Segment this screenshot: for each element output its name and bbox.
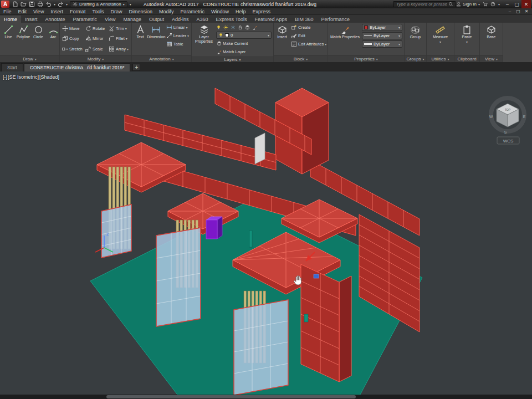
line-button[interactable]: Line (2, 24, 15, 40)
glass-panel-lower[interactable] (234, 300, 288, 395)
search-icon[interactable] (448, 2, 453, 7)
horizontal-scrollbar[interactable] (0, 395, 532, 399)
undo-icon[interactable] (45, 1, 52, 7)
tab-featured-apps[interactable]: Featured Apps (250, 16, 291, 23)
menu-item-help[interactable]: Help (232, 8, 249, 15)
view-orientation-control[interactable]: [SE Isometric] (8, 74, 39, 80)
panel-footer-draw[interactable]: Draw ▾ (0, 55, 59, 62)
chevron-down-icon[interactable]: ▾ (498, 2, 500, 6)
layer-properties-button[interactable]: Layer Properties (193, 24, 214, 45)
tab-bim-360[interactable]: BIM 360 (291, 16, 318, 23)
layer-freeze-icon[interactable] (231, 25, 236, 30)
plot-icon[interactable] (37, 1, 43, 7)
tab-output[interactable]: Output (145, 16, 168, 23)
tab-a360[interactable]: A360 (193, 16, 212, 23)
array-button[interactable]: Array▾ (108, 45, 130, 53)
glass-panel-center[interactable] (156, 228, 201, 326)
tab-performance[interactable]: Performance (317, 16, 354, 23)
group-button[interactable]: Group (409, 24, 422, 40)
search-input[interactable] (393, 1, 456, 7)
layer-combo[interactable]: 0 ▾ (216, 32, 272, 39)
text-button[interactable]: Text (134, 24, 147, 40)
move-button[interactable]: Move (62, 25, 83, 32)
layer-isolate-icon[interactable] (245, 25, 250, 30)
panel-footer-groups[interactable]: Groups ▾ (405, 55, 426, 62)
menu-item-file[interactable]: File (0, 8, 15, 15)
menu-item-edit[interactable]: Edit (15, 8, 30, 15)
redo-icon[interactable] (58, 1, 64, 7)
fillet-button[interactable]: Fillet▾ (108, 35, 130, 42)
base-view-button[interactable]: Base (485, 24, 498, 40)
stretch-button[interactable]: Stretch (62, 45, 83, 53)
tab-manage[interactable]: Manage (119, 16, 145, 23)
doc-restore-icon[interactable]: ▢ (514, 9, 522, 14)
circle-button[interactable]: Circle (32, 24, 45, 40)
edit-attributes-button[interactable]: Edit Attributes▾ (290, 40, 327, 48)
layer-match-icon[interactable] (252, 25, 257, 30)
menu-item-tools[interactable]: Tools (89, 8, 107, 15)
scrollbar-thumb[interactable] (106, 395, 356, 398)
object-color-combo[interactable]: ByLayer ▾ (362, 24, 402, 31)
menu-item-view[interactable]: View (30, 8, 47, 15)
menu-item-format[interactable]: Format (66, 8, 89, 15)
panel-footer-view[interactable]: View ▾ (480, 55, 503, 62)
tab-add-ins[interactable]: Add-ins (168, 16, 193, 23)
doc-close-icon[interactable]: ✕ (523, 9, 530, 14)
save-icon[interactable] (29, 1, 35, 7)
leader-button[interactable]: Leader▾ (166, 32, 190, 39)
green-post[interactable] (249, 231, 252, 247)
close-icon[interactable]: ✕ (521, 0, 531, 8)
menu-item-draw[interactable]: Draw (107, 8, 125, 15)
insert-block-button[interactable]: Insert (275, 24, 289, 40)
tab-insert[interactable]: Insert (21, 16, 42, 23)
trim-button[interactable]: Trim▾ (108, 25, 130, 32)
viewcube[interactable]: W E S TOP (489, 98, 526, 134)
maximize-icon[interactable]: ▢ (512, 0, 521, 8)
tab-start[interactable]: Start (1, 63, 23, 71)
panel-footer-utilities[interactable]: Utilities ▾ (427, 55, 454, 62)
lineweight-combo[interactable]: ByLayer ▾ (362, 40, 402, 48)
polyline-button[interactable]: Polyline (17, 24, 30, 40)
menu-item-parametric[interactable]: Parametric (177, 8, 208, 15)
dimension-button[interactable]: Dimension (149, 24, 164, 40)
copy-button[interactable]: Copy (62, 35, 83, 42)
layer-off-icon[interactable] (216, 25, 221, 30)
table-button[interactable]: Table (166, 40, 190, 48)
autocad-app-button[interactable]: A (1, 1, 9, 8)
sign-in-button[interactable]: Sign In ▾ (456, 2, 480, 7)
tab-document[interactable]: CONSTRUCTIE christma...rld frankfurt 201… (24, 63, 131, 71)
match-properties-button[interactable]: Match Properties (330, 24, 360, 40)
red-shelf-tower[interactable] (301, 264, 351, 382)
drawing-viewport[interactable]: [-] [SE Isometric] [Shaded] (0, 71, 532, 395)
panel-footer-modify[interactable]: Modify ▾ (60, 55, 131, 62)
layer-thaw-icon[interactable] (223, 25, 228, 30)
open-file-icon[interactable] (21, 1, 27, 7)
chevron-down-icon[interactable]: ▾ (54, 2, 55, 6)
match-layer-button[interactable]: Match Layer (216, 48, 272, 55)
panel-footer-clipboard[interactable]: Clipboard (454, 55, 479, 62)
panel-footer-properties[interactable]: Properties ▾ (328, 55, 404, 62)
measure-button[interactable]: Measure ▾ (432, 24, 448, 45)
wcs-badge[interactable]: WCS (497, 137, 519, 144)
tab-view[interactable]: View (101, 16, 119, 23)
linetype-combo[interactable]: ByLayer ▾ (362, 32, 402, 39)
menu-item-modify[interactable]: Modify (156, 8, 177, 15)
new-file-icon[interactable] (12, 1, 18, 7)
new-drawing-plus-icon[interactable]: + (132, 64, 140, 71)
tab-express-tools[interactable]: Express Tools (212, 16, 251, 23)
help-icon[interactable] (490, 2, 495, 7)
panel-footer-block[interactable]: Block ▾ (274, 55, 328, 62)
model-canvas[interactable]: Z W E S TOP WCS (0, 71, 532, 395)
chevron-down-icon[interactable]: ▾ (66, 2, 68, 6)
linear-button[interactable]: Linear▾ (166, 24, 190, 31)
menu-item-window[interactable]: Window (208, 8, 232, 15)
purple-box[interactable] (206, 217, 222, 239)
arc-button[interactable]: Arc (47, 24, 60, 40)
panel-footer-annotation[interactable]: Annotation ▾ (132, 55, 191, 62)
mirror-button[interactable]: Mirror (85, 35, 106, 42)
scale-button[interactable]: Scale (85, 45, 106, 53)
menu-item-insert[interactable]: Insert (47, 8, 66, 15)
app-store-cart-icon[interactable] (483, 2, 488, 7)
layer-lock-icon[interactable] (238, 25, 243, 30)
paste-button[interactable]: Paste ▾ (461, 24, 474, 45)
